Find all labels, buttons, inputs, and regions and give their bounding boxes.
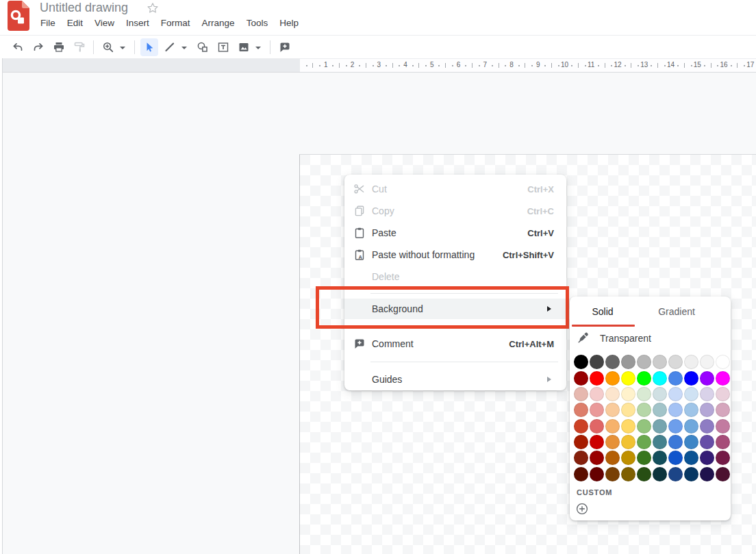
color-swatch[interactable] bbox=[684, 467, 698, 481]
menu-item-comment[interactable]: CommentCtrl+Alt+M bbox=[344, 333, 566, 355]
color-swatch[interactable] bbox=[637, 371, 651, 386]
color-swatch[interactable] bbox=[590, 435, 604, 449]
menubar-item-help[interactable]: Help bbox=[279, 16, 299, 30]
color-swatch[interactable] bbox=[684, 451, 698, 465]
color-swatch[interactable] bbox=[716, 451, 730, 465]
color-swatch[interactable] bbox=[590, 387, 604, 401]
zoom-icon[interactable] bbox=[99, 38, 117, 56]
color-swatch[interactable] bbox=[637, 403, 651, 417]
color-swatch[interactable] bbox=[574, 435, 588, 449]
color-swatch[interactable] bbox=[574, 451, 588, 465]
color-swatch[interactable] bbox=[716, 467, 730, 481]
color-swatch[interactable] bbox=[716, 419, 730, 433]
color-swatch[interactable] bbox=[684, 355, 698, 369]
color-swatch[interactable] bbox=[605, 467, 620, 481]
color-swatch[interactable] bbox=[716, 403, 730, 417]
color-swatch[interactable] bbox=[637, 467, 651, 481]
color-swatch[interactable] bbox=[684, 371, 698, 386]
color-swatch[interactable] bbox=[700, 435, 714, 449]
color-swatch[interactable] bbox=[621, 451, 635, 465]
color-swatch[interactable] bbox=[653, 451, 667, 465]
color-swatch[interactable] bbox=[700, 371, 714, 386]
color-swatch[interactable] bbox=[668, 371, 683, 386]
line-icon[interactable] bbox=[161, 38, 179, 56]
menubar-item-view[interactable]: View bbox=[94, 16, 114, 30]
shape-icon[interactable] bbox=[194, 38, 212, 56]
color-swatch[interactable] bbox=[653, 435, 667, 449]
color-swatch[interactable] bbox=[574, 355, 588, 369]
color-swatch[interactable] bbox=[605, 355, 620, 369]
color-swatch[interactable] bbox=[637, 387, 651, 401]
color-swatch[interactable] bbox=[590, 419, 604, 433]
color-swatch[interactable] bbox=[621, 355, 635, 369]
color-swatch[interactable] bbox=[605, 419, 620, 433]
tab-gradient[interactable]: Gradient bbox=[635, 297, 718, 327]
redo-icon[interactable] bbox=[29, 38, 47, 56]
paint-format-icon[interactable] bbox=[71, 38, 88, 56]
select-icon[interactable] bbox=[140, 38, 158, 56]
color-swatch[interactable] bbox=[684, 435, 698, 449]
color-swatch[interactable] bbox=[653, 419, 667, 433]
menu-item-paste-without-formatting[interactable]: APaste without formattingCtrl+Shift+V bbox=[344, 244, 566, 266]
menu-item-background[interactable]: Background bbox=[344, 299, 566, 319]
color-swatch[interactable] bbox=[700, 451, 714, 465]
color-swatch[interactable] bbox=[700, 355, 714, 369]
color-swatch[interactable] bbox=[574, 387, 588, 401]
color-swatch[interactable] bbox=[668, 387, 683, 401]
color-swatch[interactable] bbox=[637, 419, 651, 433]
color-swatch[interactable] bbox=[621, 371, 635, 386]
menu-item-guides[interactable]: Guides bbox=[344, 368, 566, 390]
color-swatch[interactable] bbox=[605, 403, 620, 417]
color-swatch[interactable] bbox=[653, 387, 667, 401]
menubar-item-insert[interactable]: Insert bbox=[126, 16, 149, 30]
color-swatch[interactable] bbox=[605, 451, 620, 465]
line-dropdown-caret[interactable] bbox=[181, 47, 187, 49]
color-swatch[interactable] bbox=[653, 403, 667, 417]
color-swatch[interactable] bbox=[716, 371, 730, 386]
insert-comment-icon[interactable] bbox=[276, 38, 294, 56]
color-swatch[interactable] bbox=[621, 467, 635, 481]
transparent-option[interactable]: Transparent bbox=[570, 327, 731, 350]
menubar-item-file[interactable]: File bbox=[40, 16, 55, 30]
color-swatch[interactable] bbox=[700, 467, 714, 481]
color-swatch[interactable] bbox=[668, 355, 683, 369]
color-swatch[interactable] bbox=[605, 387, 620, 401]
text-box-icon[interactable] bbox=[214, 38, 232, 56]
color-swatch[interactable] bbox=[637, 355, 651, 369]
color-swatch[interactable] bbox=[700, 387, 714, 401]
color-swatch[interactable] bbox=[621, 435, 635, 449]
color-swatch[interactable] bbox=[716, 387, 730, 401]
color-swatch[interactable] bbox=[637, 451, 651, 465]
add-custom-color-icon[interactable] bbox=[576, 503, 588, 515]
menubar-item-format[interactable]: Format bbox=[161, 16, 190, 30]
color-swatch[interactable] bbox=[574, 467, 588, 481]
color-swatch[interactable] bbox=[668, 435, 683, 449]
color-swatch[interactable] bbox=[684, 403, 698, 417]
color-swatch[interactable] bbox=[653, 355, 667, 369]
color-swatch[interactable] bbox=[684, 419, 698, 433]
color-swatch[interactable] bbox=[605, 371, 620, 386]
color-swatch[interactable] bbox=[668, 419, 683, 433]
color-swatch[interactable] bbox=[590, 403, 604, 417]
tab-solid[interactable]: Solid bbox=[570, 297, 635, 327]
color-swatch[interactable] bbox=[668, 451, 683, 465]
color-swatch[interactable] bbox=[621, 387, 635, 401]
color-swatch[interactable] bbox=[590, 355, 604, 369]
color-swatch[interactable] bbox=[700, 419, 714, 433]
star-icon[interactable] bbox=[147, 2, 159, 17]
color-swatch[interactable] bbox=[637, 435, 651, 449]
undo-icon[interactable] bbox=[9, 38, 27, 56]
color-swatch[interactable] bbox=[668, 467, 683, 481]
color-swatch[interactable] bbox=[574, 419, 588, 433]
image-dropdown-caret[interactable] bbox=[255, 47, 261, 49]
color-swatch[interactable] bbox=[621, 403, 635, 417]
color-swatch[interactable] bbox=[700, 403, 714, 417]
color-swatch[interactable] bbox=[590, 371, 604, 386]
color-swatch[interactable] bbox=[668, 403, 683, 417]
menubar-item-tools[interactable]: Tools bbox=[247, 16, 268, 30]
color-swatch[interactable] bbox=[574, 403, 588, 417]
color-swatch[interactable] bbox=[653, 467, 667, 481]
zoom-dropdown-caret[interactable] bbox=[120, 47, 125, 49]
menubar-item-arrange[interactable]: Arrange bbox=[202, 16, 235, 30]
document-title[interactable]: Untitled drawing bbox=[40, 0, 128, 16]
